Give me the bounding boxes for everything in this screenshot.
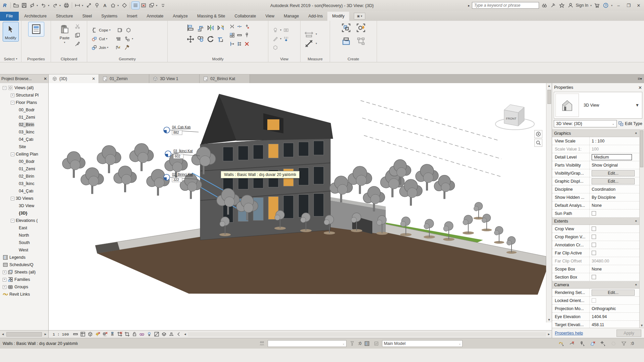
property-value[interactable]: Show Original: [590, 161, 639, 169]
project-browser-close-icon[interactable]: ✕: [44, 76, 47, 81]
redo-icon[interactable]: [51, 2, 59, 9]
checkbox[interactable]: [592, 211, 596, 216]
mirror-draw-axis-icon[interactable]: [217, 24, 224, 32]
viewcube-front-label[interactable]: FRONT: [506, 117, 517, 120]
drawing-area[interactable]: 04_Çatı Katı88203_İkinci Kat60202_Birinc…: [49, 83, 552, 338]
close-button[interactable]: ✕: [635, 2, 643, 9]
worksets-icon[interactable]: [258, 340, 266, 347]
save-icon[interactable]: [20, 2, 28, 9]
panel-geometry-label[interactable]: Geometry: [87, 55, 167, 62]
pin-icon[interactable]: [243, 32, 251, 39]
favorites-icon[interactable]: [558, 2, 565, 9]
tree-item-sheets-all-[interactable]: +Sheets (all): [0, 268, 48, 276]
ribbon-tab-annotate[interactable]: Annotate: [142, 12, 168, 21]
view-tab-01-zemin[interactable]: 01_Zemin: [99, 74, 149, 83]
tree-item-02-birin[interactable]: 02_Birin: [0, 121, 48, 128]
property-value[interactable]: 100: [590, 145, 639, 153]
dimension-icon[interactable]: [85, 2, 93, 9]
property-value[interactable]: [590, 249, 639, 257]
delete-icon[interactable]: [243, 40, 251, 48]
tree-item-legends[interactable]: Legends: [0, 254, 48, 261]
sync-icon-caret[interactable]: ▾: [37, 4, 39, 7]
tree-item-03-i̇kinc[interactable]: 03_İkinc: [0, 128, 48, 136]
properties-vscrollbar[interactable]: ▼: [639, 130, 644, 328]
linework-icon[interactable]: [272, 35, 279, 43]
show-crop-icon[interactable]: [124, 331, 130, 338]
create-assembly-icon[interactable]: [355, 36, 367, 47]
property-value[interactable]: By Discipline: [590, 193, 639, 201]
cut-scissors-icon[interactable]: [74, 23, 81, 30]
building[interactable]: [200, 94, 333, 240]
select-links-icon[interactable]: [558, 340, 565, 347]
reveal-hidden-icon[interactable]: [139, 331, 145, 338]
tab-close-icon[interactable]: ✕: [92, 76, 95, 81]
tree-item-04-çatı[interactable]: 04_Çatı: [0, 136, 48, 143]
offset-icon[interactable]: [197, 24, 204, 32]
panel-modify-label[interactable]: Modify: [168, 55, 268, 62]
revit-logo[interactable]: R: [1, 2, 9, 9]
search-binoculars-icon[interactable]: [541, 2, 548, 9]
create-similar-icon[interactable]: [355, 22, 367, 34]
property-value[interactable]: Edit...: [590, 289, 639, 296]
tree-item-schedules-q[interactable]: Schedules/Q: [0, 261, 48, 268]
panel-clipboard-label[interactable]: Clipboard: [51, 55, 87, 62]
property-value[interactable]: None: [590, 265, 639, 273]
tree-item-west[interactable]: West: [0, 246, 48, 254]
checkbox[interactable]: [592, 251, 596, 255]
wall-joins-icon[interactable]: [116, 26, 124, 34]
properties-close-icon[interactable]: ✕: [638, 85, 642, 90]
element-box-icon[interactable]: [125, 26, 132, 34]
customize-icon[interactable]: [159, 2, 167, 9]
property-value[interactable]: None: [590, 201, 639, 209]
open-icon[interactable]: [12, 2, 20, 9]
property-value[interactable]: 1404.94: [590, 313, 639, 320]
unpin-icon[interactable]: [243, 23, 251, 30]
sun-path-icon[interactable]: [94, 331, 101, 338]
properties-help-link[interactable]: Properties help: [555, 331, 583, 336]
switch-windows-icon-caret[interactable]: ▾: [156, 4, 159, 7]
tree-item-3d-view[interactable]: 3D View: [0, 202, 48, 209]
expand-icon[interactable]: +: [3, 278, 6, 282]
collapse-icon[interactable]: −: [11, 197, 14, 200]
type-selector-caret-icon[interactable]: ▼: [635, 103, 642, 108]
scroll-down-icon[interactable]: ▼: [546, 317, 552, 322]
rotate-icon[interactable]: [207, 36, 214, 43]
comm-center-icon[interactable]: [550, 2, 556, 9]
collapse-icon[interactable]: −: [3, 86, 6, 90]
section-icon[interactable]: [121, 2, 128, 9]
view-tab-3d-view-1[interactable]: 3D View 1: [149, 74, 200, 83]
restore-button[interactable]: ❐: [625, 2, 633, 9]
ribbon-tab-systems[interactable]: Systems: [97, 12, 122, 21]
worksets-combo[interactable]: ⌄: [268, 340, 346, 347]
scroll-left-icon[interactable]: ◄: [0, 330, 6, 338]
type-selector[interactable]: 3D View ▼: [554, 92, 642, 119]
collapse-icon[interactable]: −: [11, 153, 14, 156]
trim-extend-multiple-icon[interactable]: [236, 40, 243, 48]
analytical-model-icon[interactable]: [153, 331, 160, 338]
scroll-right-icon[interactable]: ►: [546, 330, 552, 338]
beam-joins-icon[interactable]: [115, 35, 122, 43]
property-value[interactable]: 458.11: [590, 321, 639, 328]
panel-create-label[interactable]: Create: [330, 55, 377, 62]
viewport-vscrollbar[interactable]: ▲ ▼: [546, 83, 552, 322]
edit-type-button[interactable]: Edit Type: [619, 121, 642, 126]
trim-extend-single-icon[interactable]: [228, 40, 236, 48]
mirror-pick-axis-icon[interactable]: [207, 24, 214, 32]
split-with-gap-icon[interactable]: [236, 23, 243, 30]
measure-icon-caret[interactable]: ▾: [82, 4, 85, 7]
tree-item-3d-views[interactable]: −3D Views: [0, 195, 48, 202]
zoom-tool-icon[interactable]: [534, 139, 542, 147]
checkbox[interactable]: [592, 243, 596, 247]
level-marker[interactable]: 04_Çatı Katı882: [164, 125, 199, 135]
instance-selector[interactable]: 3D View: {3D} ⌄: [554, 120, 617, 127]
view-tab-02-birinci-kat[interactable]: 02_Birinci Kat: [200, 74, 250, 83]
default-3d-view-icon[interactable]: [109, 2, 117, 9]
checkbox[interactable]: [592, 227, 596, 231]
visual-style-icon[interactable]: [87, 331, 94, 338]
undo-icon[interactable]: [40, 2, 47, 9]
scale-icon[interactable]: [72, 331, 79, 338]
edit-button[interactable]: Edit...: [592, 178, 635, 184]
profile-icon[interactable]: [567, 2, 574, 9]
undo-icon-caret[interactable]: ▾: [48, 4, 51, 7]
tree-item-00-bodr[interactable]: 00_Bodr: [0, 158, 48, 165]
